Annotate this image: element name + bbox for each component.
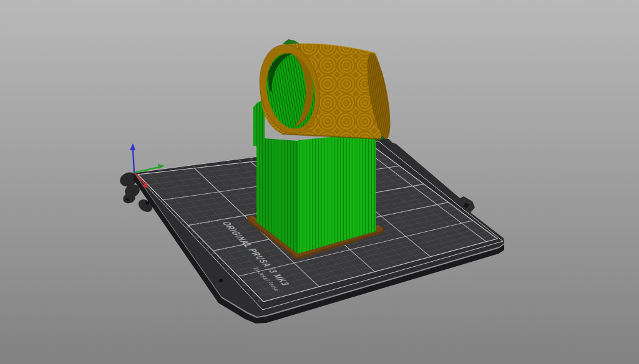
screw-hole: [145, 202, 149, 204]
screw-hole: [125, 198, 129, 201]
screw-hole: [219, 279, 223, 282]
viewport-3d[interactable]: 1020304050607080901001101201301401501601…: [0, 0, 639, 364]
scene-3d: 1020304050607080901001101201301401501601…: [0, 0, 639, 364]
model-object[interactable]: [251, 39, 395, 256]
